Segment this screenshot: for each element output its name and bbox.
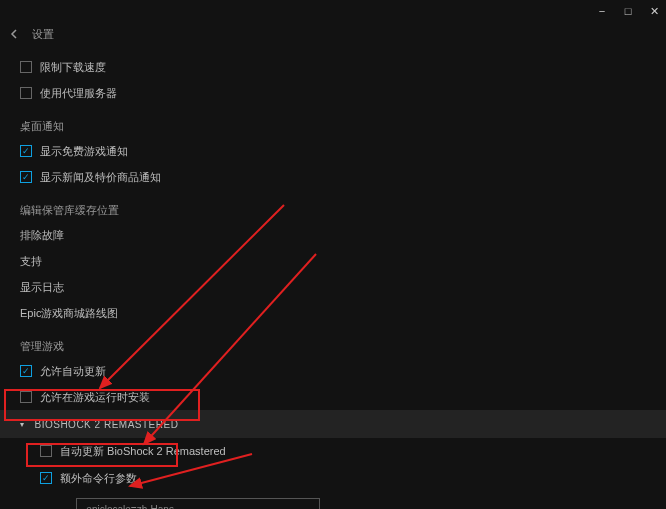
checkbox-unchecked-icon[interactable]: ✓ bbox=[20, 391, 32, 403]
window-titlebar: − □ ✕ bbox=[0, 0, 666, 22]
support-link[interactable]: 支持 bbox=[0, 248, 666, 274]
checkbox-unchecked-icon[interactable]: ✓ bbox=[20, 87, 32, 99]
extra-args-label: 额外命令行参数 bbox=[60, 471, 137, 486]
manage-section-title: 管理游戏 bbox=[0, 334, 666, 358]
show-free-game-label: 显示免费游戏通知 bbox=[40, 144, 128, 159]
install-in-game-label: 允许在游戏运行时安装 bbox=[40, 390, 150, 405]
use-proxy-label: 使用代理服务器 bbox=[40, 86, 117, 101]
checkbox-checked-icon[interactable]: ✓ bbox=[20, 171, 32, 183]
back-icon[interactable] bbox=[8, 27, 22, 41]
checkbox-checked-icon[interactable]: ✓ bbox=[40, 472, 52, 484]
auto-update-label: 允许自动更新 bbox=[40, 364, 106, 379]
auto-update-row[interactable]: ✓ 允许自动更新 bbox=[0, 358, 666, 384]
caret-down-icon: ▾ bbox=[20, 420, 25, 429]
use-proxy-row[interactable]: ✓ 使用代理服务器 bbox=[0, 80, 666, 106]
show-free-game-row[interactable]: ✓ 显示免费游戏通知 bbox=[0, 138, 666, 164]
limit-download-speed-label: 限制下载速度 bbox=[40, 60, 106, 75]
maximize-button[interactable]: □ bbox=[620, 5, 636, 17]
extra-args-row[interactable]: ✓ 额外命令行参数 bbox=[0, 464, 666, 492]
game-name-label: BIOSHOCK 2 REMASTERED bbox=[35, 419, 179, 430]
extra-args-input-row bbox=[0, 492, 666, 509]
desktop-section-title: 桌面通知 bbox=[0, 114, 666, 138]
minimize-button[interactable]: − bbox=[594, 5, 610, 17]
page-header: 设置 bbox=[0, 22, 666, 46]
troubleshoot-link[interactable]: 排除故障 bbox=[0, 222, 666, 248]
show-news-row[interactable]: ✓ 显示新闻及特价商品通知 bbox=[0, 164, 666, 190]
page-title: 设置 bbox=[32, 27, 54, 42]
checkbox-unchecked-icon[interactable]: ✓ bbox=[20, 61, 32, 73]
extra-args-input[interactable] bbox=[76, 498, 320, 509]
game-auto-update-label: 自动更新 BioShock 2 Remastered bbox=[60, 444, 226, 459]
checkbox-unchecked-icon[interactable]: ✓ bbox=[40, 445, 52, 457]
game-auto-update-row[interactable]: ✓ 自动更新 BioShock 2 Remastered bbox=[0, 438, 666, 464]
show-news-label: 显示新闻及特价商品通知 bbox=[40, 170, 161, 185]
show-log-link[interactable]: 显示日志 bbox=[0, 274, 666, 300]
limit-download-speed-row[interactable]: ✓ 限制下载速度 bbox=[0, 54, 666, 80]
game-expand-header[interactable]: ▾ BIOSHOCK 2 REMASTERED bbox=[0, 410, 666, 438]
checkbox-checked-icon[interactable]: ✓ bbox=[20, 365, 32, 377]
cache-section-title: 编辑保管库缓存位置 bbox=[0, 198, 666, 222]
settings-content: ✓ 限制下载速度 ✓ 使用代理服务器 桌面通知 ✓ 显示免费游戏通知 ✓ 显示新… bbox=[0, 46, 666, 509]
install-in-game-row[interactable]: ✓ 允许在游戏运行时安装 bbox=[0, 384, 666, 410]
checkbox-checked-icon[interactable]: ✓ bbox=[20, 145, 32, 157]
roadmap-link[interactable]: Epic游戏商城路线图 bbox=[0, 300, 666, 326]
close-button[interactable]: ✕ bbox=[646, 5, 662, 18]
